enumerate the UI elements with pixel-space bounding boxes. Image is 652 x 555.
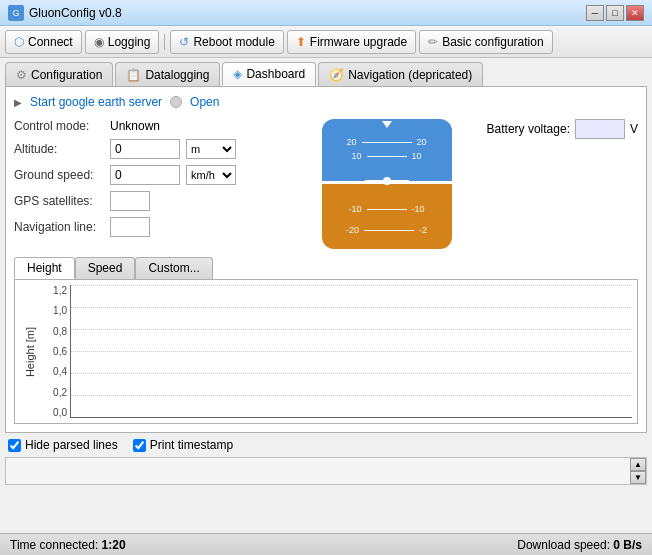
time-connected: Time connected: 1:20 <box>10 538 126 552</box>
reboot-button[interactable]: ↺ Reboot module <box>170 30 283 54</box>
logging-button[interactable]: ◉ Logging <box>85 30 160 54</box>
toolbar-separator <box>164 34 165 50</box>
hide-parsed-lines-checkbox[interactable] <box>8 439 21 452</box>
title-bar-left: G GluonConfig v0.8 <box>8 5 122 21</box>
fields-and-gauge: Control mode: Unknown Altitude: m ft Gro… <box>14 119 638 249</box>
grid-line-6 <box>71 417 632 418</box>
attitude-gauge: 20 20 10 10 <box>322 119 452 249</box>
firmware-icon: ⬆ <box>296 35 306 49</box>
chart-tab-height[interactable]: Height <box>14 257 75 279</box>
connect-button[interactable]: ⬡ Connect <box>5 30 82 54</box>
y-axis-ticks: 1,2 1,0 0,8 0,6 0,4 0,2 0,0 <box>40 285 70 418</box>
main-tabs: ⚙ Configuration 📋 Datalogging ◈ Dashboar… <box>0 58 652 86</box>
configuration-icon: ⚙ <box>16 68 27 82</box>
chart-tab-custom[interactable]: Custom... <box>135 257 212 279</box>
y-tick-4: 0,6 <box>53 346 67 357</box>
aircraft-center <box>365 177 409 185</box>
download-speed-value: 0 B/s <box>613 538 642 552</box>
navigation-line-row: Navigation line: <box>14 217 312 237</box>
gauge-wrapper: 20 20 10 10 <box>322 119 452 249</box>
navigation-line-input[interactable] <box>110 217 150 237</box>
open-link[interactable]: Open <box>190 95 219 109</box>
reboot-icon: ↺ <box>179 35 189 49</box>
navigation-icon: 🧭 <box>329 68 344 82</box>
print-timestamp-checkbox[interactable] <box>133 439 146 452</box>
chart-area: Height [m] 1,2 1,0 0,8 0,6 0,4 0,2 0,0 <box>14 279 638 424</box>
hide-parsed-lines-label[interactable]: Hide parsed lines <box>8 438 118 452</box>
start-earth-server-link[interactable]: Start google earth server <box>30 95 162 109</box>
status-bar: Time connected: 1:20 Download speed: 0 B… <box>0 533 652 555</box>
altitude-row: Altitude: m ft <box>14 139 312 159</box>
tab-datalogging[interactable]: 📋 Datalogging <box>115 62 220 86</box>
y-axis-label-container: Height [m] <box>20 285 40 418</box>
y-tick-5: 0,4 <box>53 366 67 377</box>
tab-configuration[interactable]: ⚙ Configuration <box>5 62 113 86</box>
battery-input[interactable] <box>575 119 625 139</box>
dashboard-icon: ◈ <box>233 67 242 81</box>
maximize-button[interactable]: □ <box>606 5 624 21</box>
navigation-line-label: Navigation line: <box>14 220 104 234</box>
gps-satellites-row: GPS satellites: <box>14 191 312 211</box>
datalogging-icon: 📋 <box>126 68 141 82</box>
gauge-ground <box>322 184 452 249</box>
title-bar: G GluonConfig v0.8 ─ □ ✕ <box>0 0 652 26</box>
ground-speed-row: Ground speed: km/h m/s <box>14 165 312 185</box>
control-mode-label: Control mode: <box>14 119 104 133</box>
altitude-input[interactable] <box>110 139 180 159</box>
pitch-line-neg-10: -10 -10 <box>322 204 452 214</box>
y-tick-6: 0,2 <box>53 387 67 398</box>
roll-indicator <box>382 121 392 128</box>
altitude-label: Altitude: <box>14 142 104 156</box>
print-timestamp-label[interactable]: Print timestamp <box>133 438 233 452</box>
battery-section: Battery voltage: V <box>477 119 638 249</box>
time-connected-value: 1:20 <box>102 538 126 552</box>
gps-satellites-label: GPS satellites: <box>14 194 104 208</box>
battery-label: Battery voltage: <box>487 122 570 136</box>
chart-svg <box>71 285 632 417</box>
chart-plot <box>70 285 632 418</box>
logging-icon: ◉ <box>94 35 104 49</box>
y-tick-2: 1,0 <box>53 305 67 316</box>
altitude-unit-select[interactable]: m ft <box>186 139 236 159</box>
tab-dashboard[interactable]: ◈ Dashboard <box>222 62 316 86</box>
fields-section: Control mode: Unknown Altitude: m ft Gro… <box>14 119 312 249</box>
play-icon: ▶ <box>14 97 22 108</box>
content-panel: ▶ Start google earth server Open Control… <box>5 86 647 433</box>
y-tick-3: 0,8 <box>53 326 67 337</box>
basic-config-button[interactable]: ✏ Basic configuration <box>419 30 552 54</box>
app-icon: G <box>8 5 24 21</box>
scroll-area: ▲ ▼ <box>5 457 647 485</box>
scroll-down-button[interactable]: ▼ <box>630 471 646 484</box>
scroll-up-button[interactable]: ▲ <box>630 458 646 471</box>
battery-row: Battery voltage: V <box>487 119 638 139</box>
earth-server-row: ▶ Start google earth server Open <box>14 95 638 109</box>
gps-satellites-input[interactable] <box>110 191 150 211</box>
minimize-button[interactable]: ─ <box>586 5 604 21</box>
download-speed: Download speed: 0 B/s <box>517 538 642 552</box>
app-title: GluonConfig v0.8 <box>29 6 122 20</box>
control-mode-value: Unknown <box>110 119 160 133</box>
basic-config-icon: ✏ <box>428 35 438 49</box>
pitch-line-20: 20 20 <box>322 137 452 147</box>
ground-speed-label: Ground speed: <box>14 168 104 182</box>
firmware-button[interactable]: ⬆ Firmware upgrade <box>287 30 416 54</box>
bottom-checkboxes: Hide parsed lines Print timestamp <box>0 433 652 457</box>
close-button[interactable]: ✕ <box>626 5 644 21</box>
pitch-line-10-sky: 10 10 <box>322 151 452 161</box>
ground-speed-unit-select[interactable]: km/h m/s <box>186 165 236 185</box>
title-bar-controls: ─ □ ✕ <box>586 5 644 21</box>
chart-tabs: Height Speed Custom... <box>14 257 638 279</box>
pitch-line-neg-20: -20 -2 <box>322 225 452 235</box>
tab-navigation[interactable]: 🧭 Navigation (depricated) <box>318 62 483 86</box>
y-tick-7: 0,0 <box>53 407 67 418</box>
control-mode-row: Control mode: Unknown <box>14 119 312 133</box>
chart-tab-speed[interactable]: Speed <box>75 257 136 279</box>
y-tick-1: 1,2 <box>53 285 67 296</box>
connect-icon: ⬡ <box>14 35 24 49</box>
circle-indicator <box>170 96 182 108</box>
ground-speed-input[interactable] <box>110 165 180 185</box>
battery-unit: V <box>630 122 638 136</box>
y-axis-label: Height [m] <box>24 326 36 376</box>
toolbar: ⬡ Connect ◉ Logging ↺ Reboot module ⬆ Fi… <box>0 26 652 58</box>
